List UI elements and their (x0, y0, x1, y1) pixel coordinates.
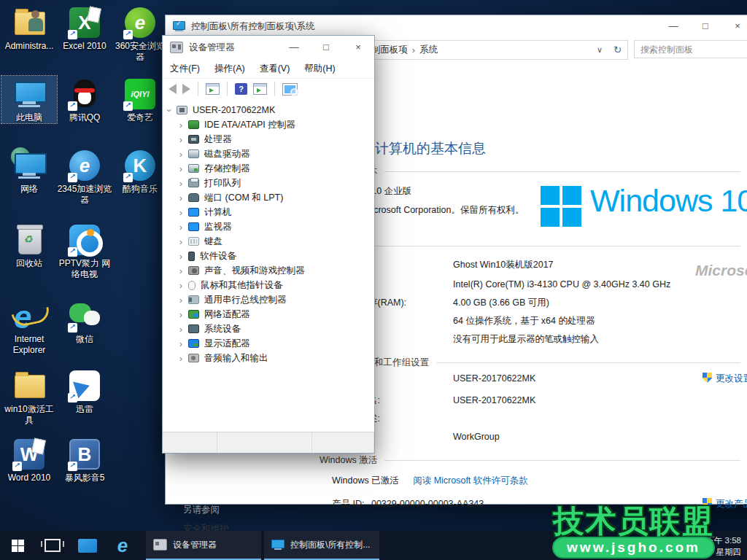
desktop-icon-this-pc[interactable]: 此电脑 (1, 76, 57, 123)
task-view-button[interactable] (35, 531, 70, 560)
desktop-icon-label: 暴风影音5 (57, 472, 112, 483)
chevron-right-icon[interactable] (176, 207, 186, 218)
tree-item[interactable]: 声音、视频和游戏控制器 (163, 263, 374, 278)
computer-icon (12, 77, 46, 111)
display-adapters-icon (188, 339, 199, 348)
chevron-right-icon[interactable] (176, 251, 186, 262)
change-settings-link[interactable]: 更改设置 (703, 373, 747, 385)
menu-help[interactable]: 帮助(H) (297, 63, 342, 75)
tree-item[interactable]: 软件设备 (163, 249, 374, 263)
minimize-button[interactable]: — (657, 15, 689, 37)
tree-item[interactable]: 处理器 (163, 132, 374, 147)
tree-root-label: USER-20170622MK (193, 105, 275, 115)
chevron-right-icon[interactable] (176, 236, 186, 247)
tree-item[interactable]: 监视器 (163, 219, 374, 234)
shortcut-arrow-icon (123, 30, 133, 39)
desktop-icon-win10-activator[interactable]: win10激活工具 (1, 368, 57, 426)
chevron-down-icon[interactable]: ∨ (597, 45, 603, 55)
tree-item[interactable]: IDE ATA/ATAPI 控制器 (163, 117, 374, 132)
chevron-right-icon[interactable] (176, 338, 186, 349)
desktop-icon-xunlei[interactable]: 迅雷 (57, 368, 112, 415)
maximize-button[interactable]: □ (310, 36, 342, 59)
menu-view[interactable]: 查看(V) (252, 63, 298, 75)
desktop-icon-pptv[interactable]: PPTV聚力 网络电视 (57, 222, 112, 280)
close-button[interactable]: × (721, 15, 747, 37)
chevron-expanded-icon[interactable] (164, 105, 175, 115)
tree-item[interactable]: 音频输入和输出 (163, 351, 374, 365)
tree-item[interactable]: 通用串行总线控制器 (163, 292, 374, 307)
desktop-icon-baofeng[interactable]: B 暴风影音5 (57, 436, 112, 483)
chevron-right-icon[interactable] (176, 324, 186, 335)
shortcut-arrow-icon (68, 462, 77, 471)
close-button[interactable]: × (342, 36, 374, 59)
desktop-icon-wechat[interactable]: 微信 (57, 298, 112, 345)
desktop-icon-2345browser[interactable]: e 2345加速浏览器 (57, 147, 112, 206)
tree-item[interactable]: 显示适配器 (163, 336, 374, 351)
desktop-icon-label: 网络 (1, 184, 57, 195)
chevron-right-icon[interactable] (176, 149, 186, 160)
desktop-icon-label: 回收站 (1, 258, 57, 269)
desktop-icon-network[interactable]: 网络 (1, 147, 57, 195)
scan-hardware-icon[interactable] (282, 83, 298, 96)
section-windows-activation: Windows 激活 (320, 454, 740, 467)
chevron-right-icon[interactable] (176, 222, 186, 233)
shortcut-arrow-icon (68, 173, 77, 182)
chevron-right-icon[interactable] (176, 353, 186, 364)
desktop-icon-label: win10激活工具 (1, 404, 57, 426)
taskbar-button-label: 设备管理器 (173, 539, 217, 551)
desktop-icon-internet-explorer[interactable]: e Internet Explorer (1, 298, 57, 356)
window-title: 控制面板\所有控制面板项\系统 (191, 20, 314, 33)
taskbar-app-blue-window[interactable] (70, 531, 105, 560)
chevron-right-icon[interactable] (176, 295, 186, 306)
start-button[interactable] (0, 531, 35, 560)
tree-root[interactable]: USER-20170622MK (163, 103, 374, 117)
shortcut-arrow-icon (68, 323, 77, 332)
desktop-icon-kugou[interactable]: K 酷狗音乐 (112, 147, 168, 195)
tree-item[interactable]: 端口 (COM 和 LPT) (163, 190, 374, 205)
chevron-right-icon[interactable] (176, 280, 186, 291)
tree-item[interactable]: 磁盘驱动器 (163, 147, 374, 161)
taskbar-button-control-panel[interactable]: 控制面板\所有控制... (264, 531, 379, 560)
tree-item[interactable]: 计算机 (163, 205, 374, 219)
tree-item[interactable]: 网络适配器 (163, 307, 374, 322)
search-input[interactable] (634, 40, 747, 58)
maximize-button[interactable]: □ (689, 15, 721, 37)
chevron-right-icon[interactable] (176, 265, 186, 276)
mice-icon (188, 281, 196, 290)
properties-icon[interactable] (253, 83, 267, 95)
desktop-icon-excel[interactable]: X Excel 2010 (57, 4, 112, 52)
menu-file[interactable]: 文件(F) (163, 63, 207, 75)
folder-icon (12, 369, 46, 402)
tree-item[interactable]: 打印队列 (163, 176, 374, 190)
desktop-icon-qq[interactable]: 腾讯QQ (57, 76, 112, 123)
tree-item[interactable]: 键盘 (163, 234, 374, 249)
desktop-icon-recycle-bin[interactable]: 回收站 (1, 222, 57, 269)
chevron-right-icon[interactable] (176, 163, 186, 174)
back-icon[interactable] (169, 84, 177, 94)
forward-icon[interactable] (182, 84, 190, 94)
chevron-right-icon[interactable] (176, 134, 186, 145)
breadcrumb-segment[interactable]: 系统 (419, 44, 438, 56)
windows-logo-icon (12, 540, 24, 552)
chevron-right-icon[interactable] (176, 192, 186, 203)
desktop-icon-360browser[interactable]: e 360安全浏览器 (112, 4, 168, 63)
chevron-right-icon[interactable] (176, 309, 186, 320)
help-icon[interactable]: ? (235, 83, 247, 95)
desktop-icon-administrator[interactable]: Administra... (1, 4, 57, 52)
tree-item[interactable]: 存储控制器 (163, 161, 374, 176)
show-console-tree-icon[interactable] (206, 83, 220, 95)
refresh-button[interactable]: ↻ (608, 40, 628, 60)
license-terms-link[interactable]: 阅读 Microsoft 软件许可条款 (413, 475, 528, 486)
sound-controllers-icon (188, 266, 199, 275)
taskbar-button-device-manager[interactable]: 设备管理器 (146, 531, 261, 560)
taskbar-app-internet-explorer[interactable]: e (105, 531, 140, 560)
desktop-icon-iqiyi[interactable]: iQIYI 爱奇艺 (112, 76, 168, 123)
desktop-icon-word[interactable]: W Word 2010 (1, 436, 57, 483)
desktop-icon-label: 此电脑 (1, 112, 57, 123)
menu-action[interactable]: 操作(A) (207, 63, 252, 75)
tree-item[interactable]: 系统设备 (163, 322, 374, 336)
chevron-right-icon[interactable] (176, 120, 186, 131)
chevron-right-icon[interactable] (176, 178, 186, 189)
tree-item[interactable]: 鼠标和其他指针设备 (163, 278, 374, 292)
minimize-button[interactable]: — (278, 36, 310, 59)
